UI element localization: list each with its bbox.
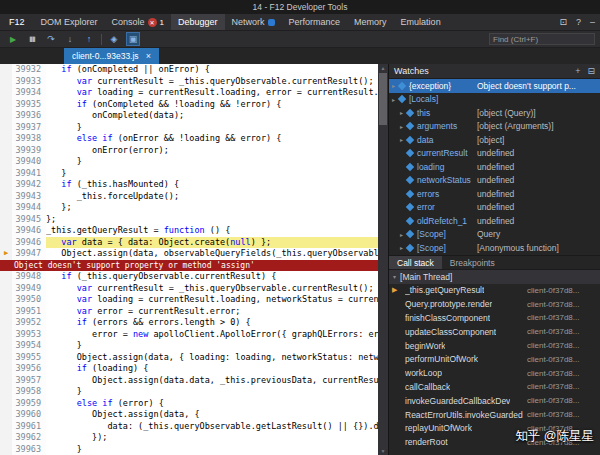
tab-breakpoints[interactable]: Breakpoints [442, 256, 503, 269]
code-line[interactable]: 39944 }; [0, 202, 378, 214]
add-watch-icon[interactable]: + [575, 66, 580, 76]
breakpoint-gutter[interactable] [0, 294, 12, 306]
code-line[interactable]: 39935 if (onCompleted && !loading && !er… [0, 99, 378, 111]
code-line[interactable]: 39945}; [0, 214, 378, 226]
watch-row[interactable]: ▸[Scope][Anonymous function] [389, 241, 600, 255]
breakpoint-gutter[interactable] [0, 133, 12, 145]
expander-icon[interactable]: ▸ [397, 231, 406, 238]
expander-icon[interactable]: ▸ [389, 96, 398, 103]
scroll-down-icon[interactable]: ▼ [378, 447, 388, 455]
watch-row[interactable]: currentResultundefined [389, 147, 600, 161]
watch-row[interactable]: networkStatusundefined [389, 174, 600, 188]
breakpoint-gutter[interactable] [0, 64, 12, 76]
breakpoint-gutter[interactable] [0, 99, 12, 111]
callstack-frame[interactable]: finishClassComponentclient-0f37d8... [389, 311, 600, 325]
breakpoint-gutter[interactable] [0, 375, 12, 387]
code-line[interactable]: 39942 if (_this.hasMounted) { [0, 179, 378, 191]
callstack-frame[interactable]: workLoopclient-0f37d8... [389, 366, 600, 380]
callstack-frame[interactable]: renderRootclient-0f37d8... [389, 435, 600, 449]
breakpoint-gutter[interactable] [0, 145, 12, 157]
breakpoint-gutter[interactable] [0, 110, 12, 122]
step-over-button[interactable]: ↷ [44, 32, 58, 46]
menu-tab-performance[interactable]: Performance [282, 14, 348, 30]
breakpoint-gutter[interactable] [0, 444, 12, 455]
code-line[interactable]: 39933 var currentResult = _this.queryObs… [0, 76, 378, 88]
code-line[interactable]: 39950 var loading = currentResult.loadin… [0, 294, 378, 306]
breakpoint-gutter[interactable] [0, 283, 12, 295]
breakpoint-gutter[interactable] [0, 340, 12, 352]
code-line[interactable]: 39940 } [0, 156, 378, 168]
code-line[interactable]: 39952 if (errors && errors.length > 0) { [0, 317, 378, 329]
code-line[interactable]: 39955 Object.assign(data, { loading: loa… [0, 352, 378, 364]
breakpoint-gutter[interactable] [0, 352, 12, 364]
breakpoint-gutter[interactable] [0, 191, 12, 203]
breakpoint-gutter[interactable] [0, 76, 12, 88]
menu-tab-network[interactable]: Network [225, 14, 282, 30]
current-statement-arrow-icon[interactable]: ▶ [0, 248, 12, 260]
breakpoint-gutter[interactable] [0, 225, 12, 237]
breakpoint-gutter[interactable] [0, 317, 12, 329]
help-icon[interactable]: ? [576, 17, 581, 27]
breakpoint-gutter[interactable] [0, 214, 12, 226]
code-line[interactable]: 39953 error = new apolloClient.ApolloErr… [0, 329, 378, 341]
code-line[interactable]: 39948 if (_this.queryObservable.currentR… [0, 271, 378, 283]
code-line[interactable]: 39932 if (onCompleted || onError) { [0, 64, 378, 76]
callstack-frame[interactable]: ▶_this.getQueryResultclient-0f37d8... [389, 284, 600, 298]
breakpoint-gutter[interactable] [0, 409, 12, 421]
watch-row[interactable]: loadingundefined [389, 160, 600, 174]
code-line[interactable]: 39937 } [0, 122, 378, 134]
exception-settings-icon[interactable]: ◈ [107, 32, 121, 46]
expander-icon[interactable]: ▸ [397, 123, 406, 130]
callstack-frame[interactable]: ReactErrorUtils.invokeGuardedCallbackDev… [389, 408, 600, 422]
code-line[interactable]: 39946_this.getQueryResult = function () … [0, 225, 378, 237]
watch-row[interactable]: ▸this[object (Query)] [389, 106, 600, 120]
code-line[interactable]: 39959 else if (error) { [0, 398, 378, 410]
collapse-all-icon[interactable]: ⊟ [587, 66, 595, 76]
menu-tab-memory[interactable]: Memory [347, 14, 394, 30]
breakpoint-gutter[interactable] [0, 202, 12, 214]
code-line[interactable]: 39954 } [0, 340, 378, 352]
breakpoint-gutter[interactable] [0, 156, 12, 168]
watch-row[interactable]: ▸data[object] [389, 133, 600, 147]
callstack-frame[interactable]: callCallbackclient-0f37d8... [389, 380, 600, 394]
event-breakpoints-icon[interactable]: ▣ [126, 32, 140, 46]
watch-row[interactable]: ▸{exception}Object doesn't support p... [389, 79, 600, 93]
code-line[interactable]: 39960 Object.assign(data, { [0, 409, 378, 421]
breakpoint-gutter[interactable] [0, 432, 12, 444]
code-line[interactable]: 39961 data: (_this.queryObservable.getLa… [0, 421, 378, 433]
scroll-up-icon[interactable]: ▲ [378, 64, 388, 72]
watch-row[interactable]: errorsundefined [389, 187, 600, 201]
breakpoint-gutter[interactable] [0, 168, 12, 180]
code-line[interactable]: 39946 var data = { data: Object.create(n… [0, 237, 378, 249]
callstack-frame[interactable]: performUnitOfWorkclient-0f37d8... [389, 352, 600, 366]
code-line[interactable]: 39934 var loading = currentResult.loadin… [0, 87, 378, 99]
code-line[interactable]: 39938 else if (onError && !loading && er… [0, 133, 378, 145]
breakpoint-gutter[interactable] [0, 271, 12, 283]
continue-button[interactable]: ▶ [6, 32, 20, 46]
callstack-frame[interactable]: beginWorkclient-0f37d8... [389, 339, 600, 353]
step-into-button[interactable]: ↓ [63, 32, 77, 46]
code-line[interactable]: ▶39947 Object.assign(data, observableQue… [0, 248, 378, 260]
code-line[interactable]: 39958 } [0, 386, 378, 398]
breakpoint-gutter[interactable] [0, 306, 12, 318]
breakpoint-gutter[interactable] [0, 122, 12, 134]
editor-scrollbar[interactable]: ▲ ▼ [378, 64, 388, 455]
watch-row[interactable]: ▸[Scope]Query [389, 228, 600, 242]
callstack-frame[interactable]: invokeGuardedCallbackDevclient-0f37d8... [389, 394, 600, 408]
breakpoint-gutter[interactable] [0, 329, 12, 341]
callstack-frame[interactable]: replayUnitOfWorkclient-0f37d8... [389, 421, 600, 435]
thread-expander-icon[interactable]: ▾ [393, 273, 396, 280]
code-line[interactable]: 39962 }); [0, 432, 378, 444]
code-line[interactable]: 39963 } [0, 444, 378, 455]
document-tab[interactable]: client-0...93e33.js × [64, 48, 159, 64]
breakpoint-gutter[interactable] [0, 363, 12, 375]
step-out-button[interactable]: ↑ [82, 32, 96, 46]
code-line[interactable]: 39957 Object.assign(data.data, _this.pre… [0, 375, 378, 387]
undock-icon[interactable]: ⊡ [559, 17, 567, 27]
menu-tab-debugger[interactable]: Debugger [171, 14, 225, 30]
close-tab-icon[interactable]: × [146, 51, 151, 61]
menu-tab-console[interactable]: Console✕1 [105, 14, 171, 30]
break-button[interactable]: ▮▮ [25, 32, 39, 46]
main-thread-row[interactable]: ▾ [Main Thread] [389, 270, 600, 284]
minimize-icon[interactable]: – [590, 17, 595, 27]
